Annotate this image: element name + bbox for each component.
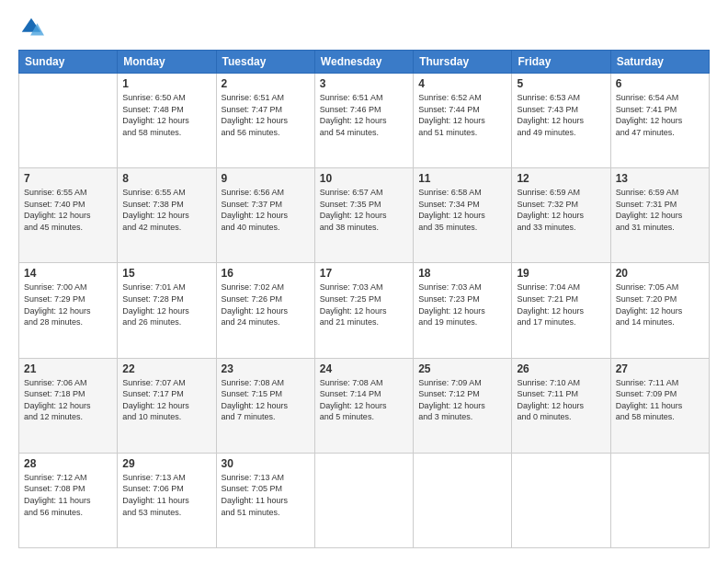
calendar-cell: 2Sunrise: 6:51 AMSunset: 7:47 PMDaylight… (216, 74, 314, 168)
cell-content: Sunrise: 6:56 AMSunset: 7:37 PMDaylight:… (222, 187, 310, 233)
calendar-week-row: 1Sunrise: 6:50 AMSunset: 7:48 PMDaylight… (19, 74, 710, 168)
day-number: 24 (320, 362, 408, 375)
cell-content: Sunrise: 6:58 AMSunset: 7:34 PMDaylight:… (418, 187, 506, 233)
calendar-cell: 23Sunrise: 7:08 AMSunset: 7:15 PMDayligh… (216, 358, 314, 453)
day-number: 25 (418, 362, 506, 375)
day-number: 18 (418, 267, 506, 280)
cell-content: Sunrise: 7:01 AMSunset: 7:28 PMDaylight:… (122, 282, 210, 327)
calendar-cell: 9Sunrise: 6:56 AMSunset: 7:37 PMDaylight… (216, 168, 314, 263)
day-number: 11 (418, 172, 506, 185)
calendar-cell: 17Sunrise: 7:03 AMSunset: 7:25 PMDayligh… (314, 263, 413, 358)
day-number: 8 (122, 172, 210, 185)
calendar-day-header: Friday (512, 51, 610, 74)
cell-content: Sunrise: 7:03 AMSunset: 7:25 PMDaylight:… (320, 282, 408, 327)
cell-content: Sunrise: 7:10 AMSunset: 7:11 PMDaylight:… (517, 377, 605, 423)
cell-content: Sunrise: 6:54 AMSunset: 7:41 PMDaylight:… (616, 92, 704, 138)
cell-content: Sunrise: 6:59 AMSunset: 7:31 PMDaylight:… (616, 187, 704, 233)
calendar-cell: 8Sunrise: 6:55 AMSunset: 7:38 PMDaylight… (118, 168, 216, 263)
day-number: 14 (24, 267, 112, 280)
calendar-cell: 16Sunrise: 7:02 AMSunset: 7:26 PMDayligh… (216, 263, 314, 358)
cell-content: Sunrise: 6:55 AMSunset: 7:40 PMDaylight:… (24, 187, 112, 233)
cell-content: Sunrise: 6:50 AMSunset: 7:48 PMDaylight:… (122, 92, 210, 138)
calendar-cell: 24Sunrise: 7:08 AMSunset: 7:14 PMDayligh… (314, 358, 413, 453)
cell-content: Sunrise: 7:07 AMSunset: 7:17 PMDaylight:… (122, 377, 210, 423)
day-number: 9 (222, 172, 310, 185)
calendar-cell: 6Sunrise: 6:54 AMSunset: 7:41 PMDaylight… (610, 74, 709, 168)
calendar-cell: 4Sunrise: 6:52 AMSunset: 7:44 PMDaylight… (414, 74, 512, 168)
cell-content: Sunrise: 7:09 AMSunset: 7:12 PMDaylight:… (418, 377, 506, 423)
calendar-cell: 10Sunrise: 6:57 AMSunset: 7:35 PMDayligh… (314, 168, 413, 263)
calendar-day-header: Wednesday (314, 51, 413, 74)
calendar-cell: 11Sunrise: 6:58 AMSunset: 7:34 PMDayligh… (414, 168, 512, 263)
day-number: 21 (24, 362, 112, 375)
calendar-table: SundayMondayTuesdayWednesdayThursdayFrid… (18, 50, 710, 548)
calendar-cell: 27Sunrise: 7:11 AMSunset: 7:09 PMDayligh… (610, 358, 709, 453)
cell-content: Sunrise: 6:57 AMSunset: 7:35 PMDaylight:… (320, 187, 408, 233)
logo (18, 15, 48, 40)
calendar-cell (314, 453, 413, 547)
calendar-cell: 29Sunrise: 7:13 AMSunset: 7:06 PMDayligh… (118, 453, 216, 547)
cell-content: Sunrise: 6:59 AMSunset: 7:32 PMDaylight:… (517, 187, 605, 233)
page: SundayMondayTuesdayWednesdayThursdayFrid… (0, 0, 728, 563)
cell-content: Sunrise: 7:08 AMSunset: 7:14 PMDaylight:… (320, 377, 408, 423)
day-number: 28 (24, 457, 112, 470)
cell-content: Sunrise: 7:02 AMSunset: 7:26 PMDaylight:… (222, 282, 310, 327)
day-number: 29 (122, 457, 210, 470)
logo-icon (18, 15, 44, 40)
calendar-cell: 28Sunrise: 7:12 AMSunset: 7:08 PMDayligh… (19, 453, 118, 547)
calendar-cell: 26Sunrise: 7:10 AMSunset: 7:11 PMDayligh… (512, 358, 610, 453)
cell-content: Sunrise: 7:13 AMSunset: 7:05 PMDaylight:… (222, 472, 310, 518)
day-number: 27 (616, 362, 704, 375)
calendar-cell: 14Sunrise: 7:00 AMSunset: 7:29 PMDayligh… (19, 263, 118, 358)
day-number: 4 (418, 77, 506, 90)
cell-content: Sunrise: 7:05 AMSunset: 7:20 PMDaylight:… (616, 282, 704, 327)
day-number: 15 (122, 267, 210, 280)
calendar-cell (414, 453, 512, 547)
calendar-cell: 21Sunrise: 7:06 AMSunset: 7:18 PMDayligh… (19, 358, 118, 453)
cell-content: Sunrise: 7:00 AMSunset: 7:29 PMDaylight:… (24, 282, 112, 327)
calendar-cell: 25Sunrise: 7:09 AMSunset: 7:12 PMDayligh… (414, 358, 512, 453)
calendar-week-row: 28Sunrise: 7:12 AMSunset: 7:08 PMDayligh… (19, 453, 710, 547)
day-number: 2 (222, 77, 310, 90)
calendar-cell: 15Sunrise: 7:01 AMSunset: 7:28 PMDayligh… (118, 263, 216, 358)
calendar-cell: 7Sunrise: 6:55 AMSunset: 7:40 PMDaylight… (19, 168, 118, 263)
day-number: 30 (222, 457, 310, 470)
day-number: 23 (222, 362, 310, 375)
cell-content: Sunrise: 6:51 AMSunset: 7:46 PMDaylight:… (320, 92, 408, 138)
day-number: 17 (320, 267, 408, 280)
calendar-cell (512, 453, 610, 547)
day-number: 3 (320, 77, 408, 90)
day-number: 16 (222, 267, 310, 280)
day-number: 10 (320, 172, 408, 185)
day-number: 12 (517, 172, 605, 185)
calendar-cell: 1Sunrise: 6:50 AMSunset: 7:48 PMDaylight… (118, 74, 216, 168)
cell-content: Sunrise: 6:53 AMSunset: 7:43 PMDaylight:… (517, 92, 605, 138)
calendar-cell: 13Sunrise: 6:59 AMSunset: 7:31 PMDayligh… (610, 168, 709, 263)
cell-content: Sunrise: 6:52 AMSunset: 7:44 PMDaylight:… (418, 92, 506, 138)
day-number: 19 (517, 267, 605, 280)
cell-content: Sunrise: 6:51 AMSunset: 7:47 PMDaylight:… (222, 92, 310, 138)
calendar-day-header: Monday (118, 51, 216, 74)
calendar-header-row: SundayMondayTuesdayWednesdayThursdayFrid… (19, 51, 710, 74)
day-number: 22 (122, 362, 210, 375)
cell-content: Sunrise: 7:03 AMSunset: 7:23 PMDaylight:… (418, 282, 506, 327)
day-number: 5 (517, 77, 605, 90)
cell-content: Sunrise: 6:55 AMSunset: 7:38 PMDaylight:… (122, 187, 210, 233)
calendar-day-header: Tuesday (216, 51, 314, 74)
calendar-cell: 5Sunrise: 6:53 AMSunset: 7:43 PMDaylight… (512, 74, 610, 168)
calendar-cell: 20Sunrise: 7:05 AMSunset: 7:20 PMDayligh… (610, 263, 709, 358)
calendar-week-row: 14Sunrise: 7:00 AMSunset: 7:29 PMDayligh… (19, 263, 710, 358)
day-number: 6 (616, 77, 704, 90)
calendar-cell: 12Sunrise: 6:59 AMSunset: 7:32 PMDayligh… (512, 168, 610, 263)
calendar-cell: 22Sunrise: 7:07 AMSunset: 7:17 PMDayligh… (118, 358, 216, 453)
day-number: 1 (122, 77, 210, 90)
cell-content: Sunrise: 7:13 AMSunset: 7:06 PMDaylight:… (122, 472, 210, 518)
cell-content: Sunrise: 7:06 AMSunset: 7:18 PMDaylight:… (24, 377, 112, 423)
day-number: 26 (517, 362, 605, 375)
cell-content: Sunrise: 7:11 AMSunset: 7:09 PMDaylight:… (616, 377, 704, 423)
calendar-week-row: 21Sunrise: 7:06 AMSunset: 7:18 PMDayligh… (19, 358, 710, 453)
cell-content: Sunrise: 7:12 AMSunset: 7:08 PMDaylight:… (24, 472, 112, 518)
calendar-week-row: 7Sunrise: 6:55 AMSunset: 7:40 PMDaylight… (19, 168, 710, 263)
calendar-cell: 3Sunrise: 6:51 AMSunset: 7:46 PMDaylight… (314, 74, 413, 168)
day-number: 20 (616, 267, 704, 280)
